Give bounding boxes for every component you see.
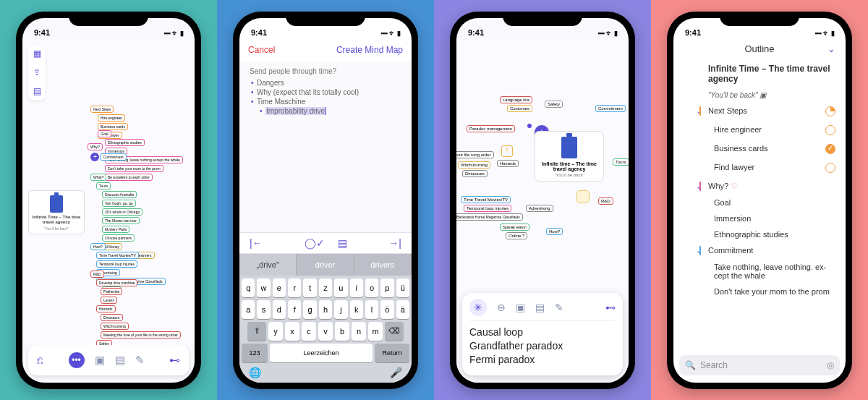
outline-item[interactable]: Don't take your mom to the prom <box>708 287 837 296</box>
chevron-down-icon[interactable]: ⌄ <box>827 43 835 54</box>
key-r[interactable]: r <box>288 278 301 297</box>
leaf[interactable]: Meeting the love of your life in the wro… <box>101 331 181 339</box>
grid-icon[interactable]: ▦ <box>31 48 43 60</box>
key-b[interactable]: b <box>335 322 349 341</box>
node-love[interactable]: love of your life rong order <box>456 151 494 158</box>
node-ttmov[interactable]: Time Travel Movies/TV <box>461 196 511 203</box>
node-safety[interactable]: Safety <box>545 101 563 108</box>
leaf[interactable]: Discover Australia <box>102 191 137 198</box>
key-s[interactable]: s <box>257 300 270 319</box>
node-paradox[interactable]: Paradox management <box>467 125 515 132</box>
key-t[interactable]: t <box>303 278 316 297</box>
key-e[interactable]: e <box>273 278 286 297</box>
key-u[interactable]: u <box>334 278 347 297</box>
bullet[interactable]: Why (expect that its totally cool) <box>257 88 401 97</box>
suggestion[interactable]: driver <box>297 254 354 276</box>
outline-item[interactable]: Hire engineer <box>708 125 821 134</box>
key-p[interactable]: p <box>380 278 393 297</box>
sub-tours[interactable]: Tours <box>96 182 111 190</box>
key-ö[interactable]: ö <box>380 300 393 319</box>
node-commit[interactable]: Commitment <box>595 105 626 112</box>
key-m[interactable]: m <box>368 322 383 341</box>
outline-item[interactable]: Take nothing, leave nothing. ex- cept th… <box>708 263 837 280</box>
node-adv[interactable]: Advertising <box>526 205 553 212</box>
mic-icon[interactable]: 🎤 <box>390 367 402 378</box>
progress-check-icon[interactable]: ✓ <box>825 144 835 154</box>
sub-haz[interactable]: Hazards <box>96 305 116 312</box>
text-editor[interactable]: Send people through time? Dangers Why (e… <box>239 61 412 232</box>
key-o[interactable]: o <box>365 278 378 297</box>
branch-commit[interactable]: Commitment <box>100 153 126 161</box>
bullet[interactable]: Dangers <box>257 78 401 88</box>
root-node[interactable]: Infinite time – The time travel agency "… <box>535 131 604 182</box>
key-g[interactable]: g <box>303 300 316 319</box>
style-icon[interactable]: ✎ <box>555 302 563 313</box>
leaf[interactable]: Van Gogh, go, go <box>102 200 136 207</box>
key-n[interactable]: n <box>352 322 366 341</box>
note-bubble-icon[interactable] <box>576 190 590 203</box>
key-ä[interactable]: ä <box>396 300 409 319</box>
node-cost[interactable]: Costumes <box>507 105 532 112</box>
leaf[interactable]: Choose partners <box>102 234 135 242</box>
leaf[interactable]: Time Travel Movies/TV <box>96 252 139 259</box>
leaf[interactable]: Temporal loop Injuries <box>96 260 137 268</box>
link-icon[interactable]: ⊷ <box>169 354 180 367</box>
key-f[interactable]: f <box>288 300 301 319</box>
quick-entry-text[interactable]: Causal loop Grandfather paradox Fermi pa… <box>469 325 616 367</box>
mindmap-canvas[interactable]: ▦ ⇪ ▤ Infinite Time – The time travel ag… <box>22 38 195 345</box>
key-v[interactable]: v <box>318 322 333 341</box>
check-icon[interactable]: ◯✓ <box>305 237 325 249</box>
mindmap-canvas[interactable]: Language kits Costumes Safety Commitment… <box>456 38 629 383</box>
node-tours[interactable]: Tours <box>613 158 629 166</box>
outline-item[interactable]: Immersion <box>708 214 837 223</box>
key-space[interactable]: Leerzeichen <box>270 344 373 362</box>
outdent-icon[interactable]: |← <box>250 237 263 249</box>
outline-list[interactable]: Infinite Time – The time travel agency "… <box>673 60 846 351</box>
branch-rnd[interactable]: R&D <box>90 271 104 278</box>
key-z[interactable]: z <box>319 278 332 297</box>
node-dino[interactable]: Dinosaurs <box>462 170 488 177</box>
outline-icon[interactable]: ▤ <box>31 86 43 98</box>
key-return[interactable]: Return <box>375 344 409 362</box>
quick-target-icon[interactable]: ✳ <box>469 299 487 316</box>
link-icon[interactable]: ⊷ <box>605 302 616 313</box>
style-icon[interactable]: ✎ <box>135 354 145 367</box>
branch-next-steps[interactable]: Next Steps <box>90 106 114 113</box>
key-c[interactable]: c <box>302 322 316 341</box>
progress-empty-icon[interactable] <box>825 125 835 135</box>
branch-how[interactable]: How? <box>90 243 106 250</box>
node-tloop[interactable]: Temporal loop injuries <box>464 205 511 212</box>
root-node[interactable]: Infinite Time – The time travel agency "… <box>28 190 85 234</box>
leaf[interactable]: The Moses last tour <box>102 217 140 224</box>
key-j[interactable]: j <box>334 300 347 319</box>
outline-item[interactable]: Business cards <box>708 144 821 153</box>
suggestion[interactable]: „drive" <box>239 254 297 276</box>
section-commitment[interactable]: Commitment <box>708 246 837 255</box>
node-speak[interactable]: Speak easy! <box>500 224 529 231</box>
branch-what[interactable]: What? <box>90 174 106 181</box>
node-witch[interactable]: Witch-burning <box>458 161 490 169</box>
key-a[interactable]: a <box>242 300 255 319</box>
node-hazards[interactable]: Hazards <box>497 160 519 167</box>
quick-delete-icon[interactable]: ⊖ <box>497 302 506 313</box>
key-h[interactable]: h <box>319 300 332 319</box>
key-i[interactable]: i <box>350 278 363 297</box>
suggestion[interactable]: drivers <box>354 254 412 276</box>
key-d[interactable]: d <box>273 300 286 319</box>
leaf[interactable]: Witch-burning <box>101 323 129 330</box>
branch-goal[interactable]: Goal <box>98 130 111 137</box>
node-tool-icon[interactable]: ⎌ <box>37 354 43 366</box>
outline-item[interactable]: Goal <box>708 198 837 207</box>
leaf[interactable]: Dinosaurs <box>101 314 123 321</box>
search-bar[interactable]: 🔍 Search ◎ <box>679 355 840 375</box>
add-node-button[interactable]: ••• <box>69 352 85 368</box>
create-mindmap-button[interactable]: Create Mind Map <box>336 45 403 55</box>
key-123[interactable]: 123 <box>242 344 268 362</box>
key-w[interactable]: w <box>257 278 270 297</box>
note-icon[interactable]: ▤ <box>535 302 545 313</box>
node-rnd[interactable]: R&D <box>598 197 613 205</box>
note-icon[interactable]: ▤ <box>115 354 125 367</box>
bullet-active[interactable]: Improbability drive <box>265 106 401 116</box>
expand-toggle[interactable]: ⌄ <box>694 182 704 191</box>
key-l[interactable]: l <box>365 300 378 319</box>
